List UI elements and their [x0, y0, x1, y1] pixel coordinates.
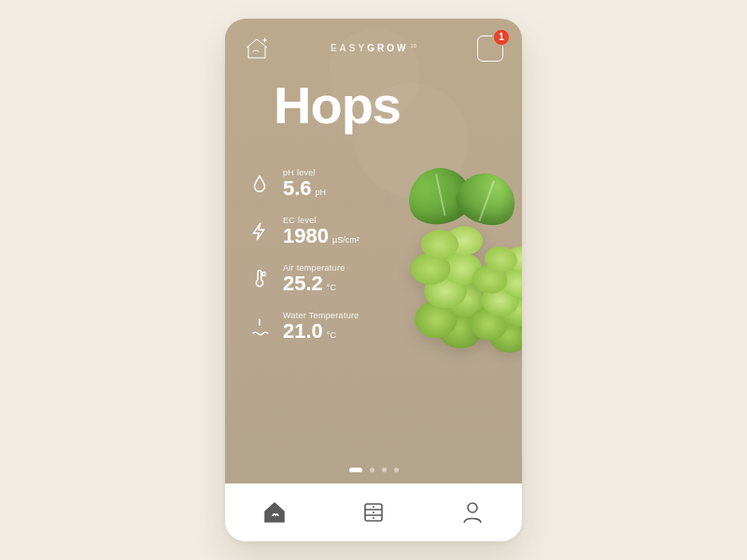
notifications-button[interactable]: 1 — [477, 35, 503, 62]
water-temp-icon — [249, 316, 270, 337]
notification-badge: 1 — [494, 30, 509, 45]
metric-value: 21.0°C — [283, 320, 359, 342]
tab-storage[interactable] — [358, 497, 389, 528]
svg-point-0 — [262, 272, 266, 275]
metric-air-temp: Air temperature 25.2°C — [249, 263, 522, 294]
svg-point-2 — [468, 503, 477, 512]
brand-grow: GROW — [367, 44, 408, 54]
metric-value: 5.6pH — [283, 177, 326, 199]
page-dot-4[interactable] — [394, 468, 399, 472]
brand-sup: 10 — [410, 43, 416, 49]
page-dot-3[interactable] — [382, 468, 387, 472]
user-icon — [459, 499, 486, 525]
home-leaf-icon — [261, 499, 288, 525]
bottom-tab-bar — [225, 483, 522, 541]
add-greenhouse-button[interactable] — [244, 36, 270, 61]
house-plus-icon — [244, 36, 270, 61]
brand-logo: EASYGROW10 — [331, 43, 416, 53]
metric-water-temp: Water Temperature 21.0°C — [249, 311, 522, 342]
phone-frame: EASYGROW10 1 Hops pH — [225, 19, 522, 541]
thermometer-icon — [249, 269, 270, 289]
tab-profile[interactable] — [457, 497, 488, 528]
metric-ph: pH level 5.6pH — [249, 168, 522, 199]
page-dot-1[interactable] — [349, 468, 362, 472]
tab-home[interactable] — [259, 497, 290, 528]
bolt-icon — [249, 221, 270, 242]
droplet-icon — [249, 174, 270, 194]
brand-easy: EASY — [331, 44, 367, 54]
top-bar: EASYGROW10 1 — [225, 19, 522, 69]
metric-value: 25.2°C — [283, 273, 345, 294]
metrics-list: pH level 5.6pH EC level 1980µS/cm² — [225, 168, 522, 342]
page-dot-2[interactable] — [370, 468, 374, 472]
app-stage: EASYGROW10 1 Hops pH — [0, 0, 747, 560]
metric-value: 1980µS/cm² — [283, 225, 359, 246]
page-indicator — [225, 468, 522, 472]
plant-title: Hops — [225, 69, 522, 135]
drawers-icon — [360, 499, 387, 525]
metric-ec: EC level 1980µS/cm² — [249, 216, 522, 246]
plant-card: EASYGROW10 1 Hops pH — [225, 19, 522, 483]
